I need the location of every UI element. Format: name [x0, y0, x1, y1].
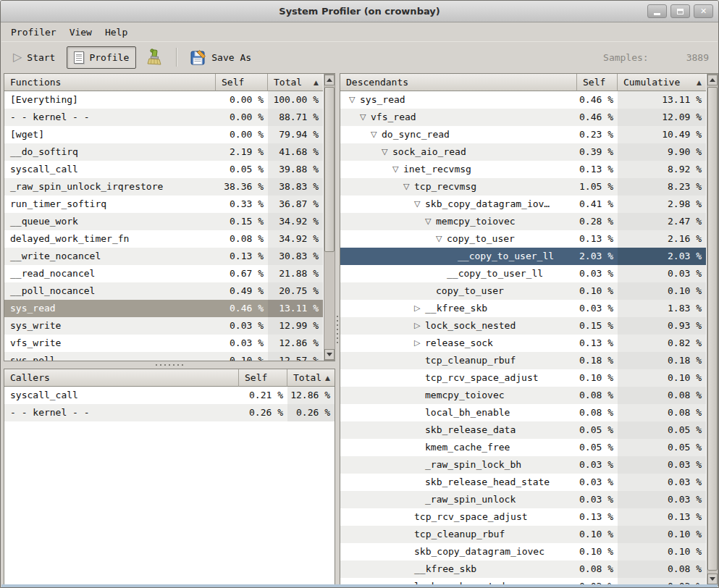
function-name: skb_copy_datagram_iov…	[425, 196, 550, 213]
table-row[interactable]: skb_release_head_state0.03 %0.03 %	[340, 474, 706, 491]
table-row[interactable]: tcp_cleanup_rbuf0.18 %0.18 %	[340, 352, 706, 369]
expander-closed-icon[interactable]: ▷	[414, 317, 425, 335]
total-percent-value: 88.71 %	[268, 109, 323, 126]
table-row[interactable]: syscall_call0.05 %39.88 %	[4, 161, 323, 178]
scrollbar-thumb[interactable]	[707, 87, 718, 571]
table-row[interactable]: kmem_cache_free0.05 %0.05 %	[340, 439, 706, 456]
descendants-scrollbar[interactable]	[707, 74, 718, 585]
window-controls: ✕	[647, 4, 713, 18]
total-percent-value: 38.83 %	[268, 178, 323, 196]
table-row[interactable]: ▽skb_copy_datagram_iov…0.41 %2.98 %	[340, 196, 706, 213]
table-row[interactable]: __write_nocancel0.13 %30.83 %	[4, 248, 323, 265]
table-row[interactable]: ▽copy_to_user0.13 %2.16 %	[340, 230, 706, 248]
table-row[interactable]: _raw_spin_unlock_irqrestore38.36 %38.83 …	[4, 178, 323, 196]
document-lines-icon	[74, 51, 84, 64]
expander-open-icon[interactable]: ▽	[349, 91, 360, 109]
column-header-total[interactable]: Total▲	[268, 74, 323, 91]
brush-icon	[146, 49, 162, 66]
table-row[interactable]: __copy_to_user_ll2.03 %2.03 %	[340, 248, 706, 265]
menu-view[interactable]: View	[63, 25, 98, 40]
function-name: __read_nocancel	[10, 265, 95, 282]
self-percent-value: 0.39 %	[577, 143, 618, 161]
table-row[interactable]: sys_write0.03 %12.99 %	[4, 317, 323, 335]
self-percent-value: 38.36 %	[216, 178, 268, 196]
table-row[interactable]: tcp_cleanup_rbuf0.10 %0.10 %	[340, 526, 706, 543]
expander-closed-icon[interactable]: ▷	[414, 300, 425, 317]
save-as-button[interactable]: Save As	[183, 44, 258, 70]
menu-help[interactable]: Help	[98, 25, 134, 40]
cumulative-percent-value: 2.03 %	[618, 248, 706, 265]
table-row[interactable]: ▽memcpy_toiovec0.28 %2.47 %	[340, 213, 706, 230]
cumulative-percent-value: 0.08 %	[618, 560, 706, 578]
scroll-up-button[interactable]	[324, 75, 335, 85]
table-row[interactable]: copy_to_user0.10 %0.10 %	[340, 282, 706, 300]
table-row[interactable]: run_timer_softirq0.33 %36.87 %	[4, 196, 323, 213]
table-row[interactable]: syscall_call0.21 %12.86 %	[4, 387, 335, 404]
minimize-button[interactable]	[647, 4, 667, 18]
reset-button[interactable]	[139, 43, 169, 71]
expander-open-icon[interactable]: ▽	[425, 213, 436, 230]
scroll-down-button[interactable]	[707, 574, 718, 584]
table-row[interactable]: __do_softirq2.19 %41.68 %	[4, 143, 323, 161]
table-row[interactable]: ▷lock_sock_nested0.15 %0.93 %	[340, 317, 706, 335]
scroll-up-button[interactable]	[707, 75, 718, 85]
table-row[interactable]: ▽vfs_read0.46 %12.09 %	[340, 109, 706, 126]
close-button[interactable]: ✕	[694, 4, 713, 18]
table-row[interactable]: ▽do_sync_read0.23 %10.49 %	[340, 126, 706, 143]
table-row[interactable]: local_bh_enable0.08 %0.08 %	[340, 404, 706, 421]
self-percent-value: 0.10 %	[577, 282, 618, 300]
column-header-self[interactable]: Self	[239, 369, 287, 387]
expander-open-icon[interactable]: ▽	[436, 230, 447, 248]
table-row[interactable]: [Everything]0.00 %100.00 %	[4, 91, 323, 109]
column-header-functions[interactable]: Functions	[4, 74, 216, 91]
table-row[interactable]: vfs_write0.03 %12.86 %	[4, 335, 323, 352]
column-header-descendants[interactable]: Descendants	[340, 74, 577, 91]
table-row[interactable]: tcp_rcv_space_adjust0.13 %0.13 %	[340, 508, 706, 526]
expander-open-icon[interactable]: ▽	[403, 178, 414, 196]
table-row[interactable]: ▽sys_read0.46 %13.11 %	[340, 91, 706, 109]
titlebar[interactable]: System Profiler (on crownbay) ✕	[1, 1, 718, 22]
column-header-total[interactable]: Total▲	[287, 369, 335, 387]
table-row[interactable]: skb_copy_datagram_iovec0.10 %0.10 %	[340, 543, 706, 560]
table-row[interactable]: memcpy_toiovec0.08 %0.08 %	[340, 387, 706, 404]
table-row[interactable]: ▽inet_recvmsg0.13 %8.92 %	[340, 161, 706, 178]
start-button[interactable]: ▷ Start	[6, 46, 62, 68]
table-row[interactable]: tcp_rcv_space_adjust0.10 %0.10 %	[340, 369, 706, 387]
table-row[interactable]: _raw_spin_lock_bh0.03 %0.03 %	[340, 456, 706, 474]
table-row[interactable]: skb_release_data0.05 %0.05 %	[340, 421, 706, 439]
expander-closed-icon[interactable]: ▷	[414, 335, 425, 352]
column-header-callers[interactable]: Callers	[4, 369, 239, 387]
expander-open-icon[interactable]: ▽	[371, 126, 382, 143]
table-row[interactable]: ▷__kfree_skb0.03 %1.83 %	[340, 300, 706, 317]
paned-handle-horizontal[interactable]	[4, 361, 335, 369]
table-row[interactable]: _raw_spin_unlock0.03 %0.03 %	[340, 491, 706, 508]
expander-open-icon[interactable]: ▽	[414, 196, 425, 213]
table-row[interactable]: [wget]0.00 %79.94 %	[4, 126, 323, 143]
table-row[interactable]: __kfree_skb0.08 %0.08 %	[340, 560, 706, 578]
table-row[interactable]: ▽sock_aio_read0.39 %9.90 %	[340, 143, 706, 161]
table-row[interactable]: delayed_work_timer_fn0.08 %34.92 %	[4, 230, 323, 248]
column-header-cumulative[interactable]: Cumulative▲	[618, 74, 706, 91]
table-row[interactable]: - - kernel - -0.00 %88.71 %	[4, 109, 323, 126]
functions-scrollbar[interactable]	[324, 74, 335, 361]
table-row[interactable]: sys_read0.46 %13.11 %	[4, 300, 323, 317]
menu-profiler[interactable]: Profiler	[4, 25, 63, 40]
expander-open-icon[interactable]: ▽	[392, 161, 403, 178]
table-row[interactable]: - - kernel - -0.26 %0.26 %	[4, 404, 335, 421]
scroll-down-button[interactable]	[324, 349, 335, 360]
self-percent-value: 0.03 %	[216, 317, 268, 335]
table-row[interactable]: ▽tcp_recvmsg1.05 %8.23 %	[340, 178, 706, 196]
table-row[interactable]: sys_poll0.10 %12.57 %	[4, 352, 323, 361]
table-row[interactable]: __queue_work0.15 %34.92 %	[4, 213, 323, 230]
profile-toggle-button[interactable]: Profile	[67, 46, 136, 69]
column-header-self[interactable]: Self	[577, 74, 618, 91]
expander-open-icon[interactable]: ▽	[360, 109, 371, 126]
table-row[interactable]: __copy_to_user_ll0.03 %0.03 %	[340, 265, 706, 282]
table-row[interactable]: ▷release_sock0.13 %0.82 %	[340, 335, 706, 352]
table-row[interactable]: __poll_nocancel0.49 %20.75 %	[4, 282, 323, 300]
maximize-button[interactable]	[670, 4, 690, 18]
table-row[interactable]: __read_nocancel0.67 %21.88 %	[4, 265, 323, 282]
expander-open-icon[interactable]: ▽	[382, 143, 392, 161]
column-header-self[interactable]: Self	[216, 74, 268, 91]
scrollbar-thumb[interactable]	[324, 87, 335, 252]
